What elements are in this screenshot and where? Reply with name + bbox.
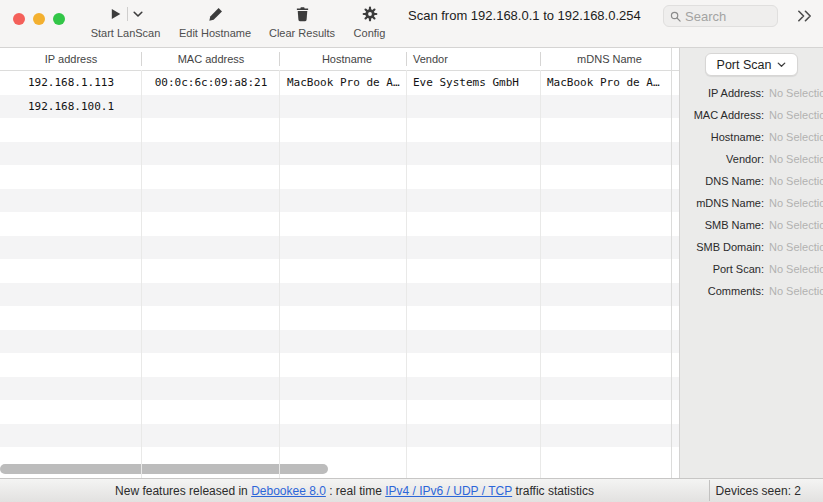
start-lanscan-button[interactable]: Start LanScan: [88, 4, 163, 39]
edit-hostname-button[interactable]: Edit Hostname: [177, 4, 253, 39]
search-input[interactable]: [685, 9, 771, 24]
detail-field-row: SMB Domain:No Selection: [680, 236, 823, 258]
toolbar-overflow-button[interactable]: [796, 9, 813, 23]
table-row[interactable]: 192.168.100.1: [0, 95, 680, 119]
table-row[interactable]: [0, 212, 680, 236]
detail-field-label: Vendor:: [680, 153, 764, 165]
detail-field-value: No Selection: [769, 285, 823, 297]
detail-field-row: DNS Name:No Selection: [680, 170, 823, 192]
detail-field-label: Port Scan:: [680, 263, 764, 275]
table-cell-mdns: MacBook Pro de A…: [541, 76, 672, 89]
table-row[interactable]: [0, 142, 680, 166]
scan-range-text: Scan from 192.168.0.1 to 192.168.0.254: [408, 8, 641, 23]
header-divider: [141, 52, 142, 66]
table-cell-ip: 192.168.1.113: [0, 76, 142, 89]
status-text-suffix: traffic statistics: [512, 484, 594, 498]
clear-results-button[interactable]: Clear Results: [267, 4, 337, 39]
table-row[interactable]: [0, 165, 680, 189]
detail-field-label: SMB Name:: [680, 219, 764, 231]
status-bar-divider: [709, 480, 710, 501]
table-row[interactable]: [0, 236, 680, 260]
table-row[interactable]: [0, 283, 680, 307]
lanscan-window: Start LanScan Edit Hostname Clear Result…: [0, 0, 823, 502]
zoom-window-button[interactable]: [53, 13, 65, 25]
column-header-ip[interactable]: IP address: [0, 53, 142, 65]
trash-icon: [295, 6, 310, 22]
table-row[interactable]: [0, 377, 680, 401]
status-text-prefix: New features released in: [115, 484, 251, 498]
port-scan-dropdown[interactable]: Port Scan: [705, 53, 798, 76]
column-header-hostname[interactable]: Hostname: [280, 53, 407, 65]
table-cell-hostname: MacBook Pro de A…: [280, 76, 407, 89]
column-divider: [406, 70, 407, 478]
column-header-mdns[interactable]: mDNS Name: [541, 53, 672, 65]
detail-field-label: Hostname:: [680, 131, 764, 143]
header-divider: [406, 52, 407, 66]
column-header-mac[interactable]: MAC address: [142, 53, 280, 65]
table-row[interactable]: [0, 330, 680, 354]
protocols-link[interactable]: IPv4 / IPv6 / UDP / TCP: [385, 484, 512, 498]
detail-field-label: MAC Address:: [680, 109, 764, 121]
config-label: Config: [354, 27, 386, 39]
detail-field-row: Comments:No Selection: [680, 280, 823, 302]
detail-field-value: No Selection: [769, 219, 823, 231]
table-row[interactable]: [0, 306, 680, 330]
table-row[interactable]: [0, 118, 680, 142]
table-cell-ip: 192.168.100.1: [0, 100, 142, 113]
table-cell-mac: 00:0c:6c:09:a8:21: [142, 76, 280, 89]
gear-icon: [362, 6, 378, 22]
detail-field-label: DNS Name:: [680, 175, 764, 187]
detail-field-value: No Selection: [769, 263, 823, 275]
column-divider: [540, 70, 541, 478]
table-row[interactable]: [0, 259, 680, 283]
detail-field-row: MAC Address:No Selection: [680, 104, 823, 126]
detail-field-value: No Selection: [769, 109, 823, 121]
detail-field-row: Hostname:No Selection: [680, 126, 823, 148]
split-button-divider: [127, 7, 128, 21]
detail-field-row: Vendor:No Selection: [680, 148, 823, 170]
status-bar: New features released in Debookee 8.0 : …: [0, 478, 823, 502]
device-table: IP addressMAC addressHostnameVendormDNS …: [0, 48, 680, 478]
window-controls: [13, 13, 65, 25]
devices-seen-label: Devices seen: 2: [716, 479, 801, 502]
play-icon: [109, 7, 122, 21]
table-row[interactable]: [0, 424, 680, 448]
status-message: New features released in Debookee 8.0 : …: [0, 479, 709, 502]
detail-field-label: IP Address:: [680, 87, 764, 99]
search-icon: [670, 10, 681, 23]
detail-field-label: mDNS Name:: [680, 197, 764, 209]
column-header-vendor[interactable]: Vendor: [407, 53, 541, 65]
table-row[interactable]: [0, 189, 680, 213]
table-cell-vendor: Eve Systems GmbH: [407, 76, 541, 89]
details-panel: Port Scan IP Address:No SelectionMAC Add…: [679, 48, 823, 478]
detail-field-label: Comments:: [680, 285, 764, 297]
table-right-border: [671, 48, 672, 478]
toolbar-buttons: Start LanScan Edit Hostname Clear Result…: [88, 4, 388, 39]
toolbar: Start LanScan Edit Hostname Clear Result…: [0, 0, 823, 48]
debookee-link[interactable]: Debookee 8.0: [251, 484, 326, 498]
detail-field-value: No Selection: [769, 131, 823, 143]
config-button[interactable]: Config: [351, 4, 388, 39]
minimize-window-button[interactable]: [33, 13, 45, 25]
clear-results-label: Clear Results: [269, 27, 335, 39]
table-header: IP addressMAC addressHostnameVendormDNS …: [0, 48, 680, 71]
detail-field-row: mDNS Name:No Selection: [680, 192, 823, 214]
detail-fields: IP Address:No SelectionMAC Address:No Se…: [680, 82, 823, 302]
detail-field-value: No Selection: [769, 197, 823, 209]
table-row[interactable]: [0, 353, 680, 377]
detail-field-row: Port Scan:No Selection: [680, 258, 823, 280]
column-divider: [279, 70, 280, 478]
detail-field-value: No Selection: [769, 87, 823, 99]
close-window-button[interactable]: [13, 13, 25, 25]
status-text-mid: : real time: [326, 484, 385, 498]
table-body: 192.168.1.11300:0c:6c:09:a8:21MacBook Pr…: [0, 71, 680, 471]
chevron-down-icon[interactable]: [133, 11, 143, 18]
detail-field-row: SMB Name:No Selection: [680, 214, 823, 236]
detail-field-row: IP Address:No Selection: [680, 82, 823, 104]
table-row[interactable]: 192.168.1.11300:0c:6c:09:a8:21MacBook Pr…: [0, 71, 680, 95]
chevron-down-icon: [777, 62, 786, 68]
detail-field-value: No Selection: [769, 175, 823, 187]
search-field[interactable]: [663, 5, 778, 27]
detail-field-value: No Selection: [769, 241, 823, 253]
table-row[interactable]: [0, 400, 680, 424]
